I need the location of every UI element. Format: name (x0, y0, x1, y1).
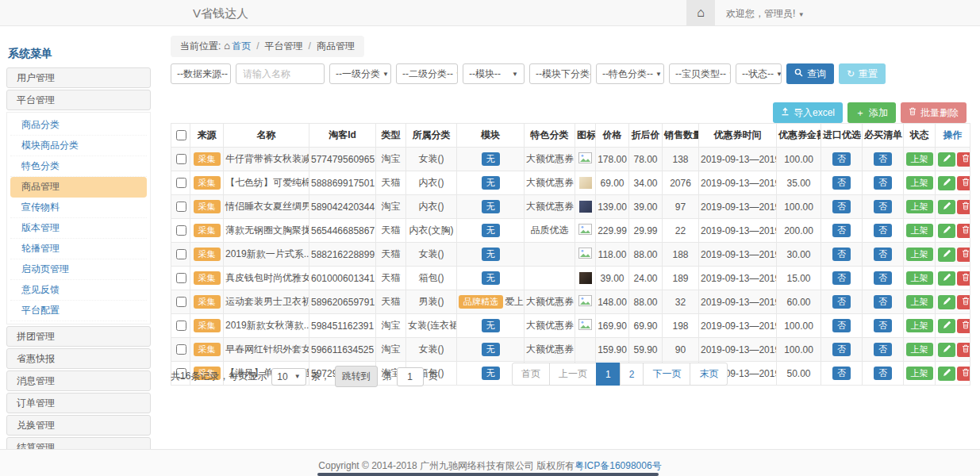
status-badge[interactable]: 上架 (906, 319, 933, 333)
sidebar-group-4[interactable]: 消息管理 (6, 370, 151, 391)
search-button[interactable]: 查询 (786, 63, 834, 84)
edit-button[interactable] (938, 343, 955, 357)
page-button-上一页[interactable]: 上一页 (549, 363, 597, 386)
must-buy-badge[interactable]: 否 (874, 152, 892, 167)
delete-button[interactable] (957, 152, 970, 167)
jump-button[interactable]: 跳转到 (335, 366, 378, 387)
status-badge[interactable]: 上架 (906, 367, 933, 381)
import-select-badge[interactable]: 否 (832, 200, 851, 214)
filter-select-7[interactable]: --状态--▼ (736, 63, 782, 84)
delete-button[interactable] (957, 200, 970, 214)
must-buy-badge[interactable]: 否 (874, 319, 892, 333)
edit-button[interactable] (938, 271, 955, 286)
sidebar-group-2[interactable]: 拼团管理 (6, 326, 151, 347)
status-badge[interactable]: 上架 (906, 200, 933, 214)
delete-button[interactable] (957, 295, 970, 309)
edit-button[interactable] (938, 248, 955, 262)
row-checkbox[interactable] (176, 297, 186, 307)
import-excel-button[interactable]: 导入excel (773, 102, 843, 123)
import-select-badge[interactable]: 否 (832, 319, 851, 333)
import-select-badge[interactable]: 否 (832, 295, 851, 309)
page-button-末页[interactable]: 末页 (690, 363, 728, 386)
sidebar-item-4[interactable]: 宣传物料 (10, 198, 147, 218)
import-select-badge[interactable]: 否 (832, 248, 851, 262)
sidebar-item-8[interactable]: 意见反馈 (10, 280, 147, 301)
must-buy-badge[interactable]: 否 (874, 271, 892, 286)
row-checkbox[interactable] (176, 249, 186, 259)
reset-button[interactable]: ↻ 重置 (839, 63, 886, 84)
delete-button[interactable] (957, 271, 970, 286)
sidebar-group-3[interactable]: 省惠快报 (6, 348, 151, 369)
home-button[interactable]: ⌂ (686, 0, 715, 25)
sidebar-group-7[interactable]: 结算管理 (6, 437, 151, 449)
filter-select-0[interactable]: --数据来源--▼ (171, 63, 231, 84)
import-select-badge[interactable]: 否 (832, 152, 851, 167)
sidebar-item-9[interactable]: 平台配置 (10, 301, 147, 321)
sidebar-group-1[interactable]: 平台管理 (6, 90, 151, 110)
row-checkbox[interactable] (176, 344, 186, 355)
add-button[interactable]: ＋ 添加 (847, 102, 896, 123)
filter-select-2[interactable]: --二级分类--▼ (396, 63, 458, 84)
filter-select-4[interactable]: --模块下分类--▼ (529, 63, 591, 84)
filter-select-6[interactable]: --宝贝类型--▼ (669, 63, 731, 84)
status-badge[interactable]: 上架 (906, 271, 933, 286)
filter-select-1[interactable]: --一级分类▼ (329, 63, 391, 84)
icp-link[interactable]: 粤ICP备16098006号 (575, 460, 661, 471)
select-all-checkbox[interactable] (176, 130, 186, 140)
sidebar-group-5[interactable]: 订单管理 (6, 393, 151, 413)
status-badge[interactable]: 上架 (906, 295, 933, 309)
delete-button[interactable] (957, 248, 970, 262)
filter-select-3[interactable]: --模块--▼ (463, 63, 525, 84)
import-select-badge[interactable]: 否 (832, 367, 851, 381)
name-search-input[interactable] (236, 63, 325, 84)
edit-button[interactable] (938, 367, 955, 381)
import-select-badge[interactable]: 否 (832, 343, 851, 357)
sidebar-item-6[interactable]: 轮播管理 (10, 239, 147, 259)
edit-button[interactable] (938, 200, 955, 214)
page-button-2[interactable]: 2 (620, 363, 644, 386)
delete-button[interactable] (957, 343, 970, 357)
sidebar-group-6[interactable]: 兑换管理 (6, 415, 151, 436)
status-badge[interactable]: 上架 (906, 248, 933, 262)
sidebar-item-1[interactable]: 模块商品分类 (10, 136, 147, 156)
delete-button[interactable] (957, 224, 970, 238)
row-checkbox[interactable] (176, 321, 186, 331)
batch-delete-button[interactable]: 批量删除 (901, 102, 967, 123)
status-badge[interactable]: 上架 (906, 343, 933, 357)
sidebar-item-2[interactable]: 特色分类 (10, 156, 147, 177)
row-checkbox[interactable] (176, 202, 186, 212)
import-select-badge[interactable]: 否 (832, 224, 851, 238)
edit-button[interactable] (938, 176, 955, 190)
row-checkbox[interactable] (176, 273, 186, 283)
delete-button[interactable] (957, 367, 970, 381)
must-buy-badge[interactable]: 否 (874, 343, 892, 357)
import-select-badge[interactable]: 否 (832, 271, 851, 286)
sidebar-group-0[interactable]: 用户管理 (6, 67, 151, 88)
edit-button[interactable] (938, 319, 955, 333)
jump-page-input[interactable] (397, 367, 424, 386)
must-buy-badge[interactable]: 否 (874, 367, 892, 381)
user-menu[interactable]: 欢迎您，管理员! ▼ (726, 7, 805, 21)
edit-button[interactable] (938, 152, 955, 167)
import-select-badge[interactable]: 否 (832, 176, 851, 190)
must-buy-badge[interactable]: 否 (874, 248, 892, 262)
sidebar-item-7[interactable]: 启动页管理 (10, 259, 147, 280)
page-button-下一页[interactable]: 下一页 (643, 363, 690, 386)
sidebar-item-3[interactable]: 商品管理 (10, 177, 147, 198)
edit-button[interactable] (938, 224, 955, 238)
status-badge[interactable]: 上架 (906, 224, 933, 238)
page-button-1[interactable]: 1 (596, 363, 621, 386)
breadcrumb-home-link[interactable]: 首页 (232, 40, 251, 52)
horizontal-scrollbar-thumb[interactable] (317, 473, 659, 476)
delete-button[interactable] (957, 176, 970, 190)
row-checkbox[interactable] (176, 225, 186, 236)
status-badge[interactable]: 上架 (906, 176, 933, 190)
must-buy-badge[interactable]: 否 (874, 200, 892, 214)
must-buy-badge[interactable]: 否 (874, 176, 892, 190)
sidebar-item-0[interactable]: 商品分类 (10, 115, 147, 136)
row-checkbox[interactable] (176, 154, 186, 164)
per-page-select[interactable]: 10▼ (271, 368, 306, 386)
must-buy-badge[interactable]: 否 (874, 295, 892, 309)
must-buy-badge[interactable]: 否 (874, 224, 892, 238)
sidebar-item-5[interactable]: 版本管理 (10, 218, 147, 239)
